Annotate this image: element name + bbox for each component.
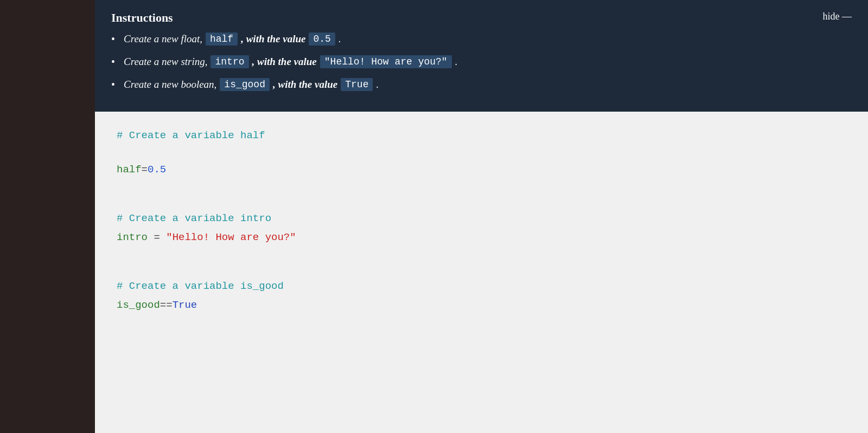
instruction-1-suffix: .: [339, 33, 341, 45]
blank-line-3: [117, 196, 846, 211]
instructions-panel: Instructions hide — Create a new float, …: [95, 0, 868, 112]
blank-line-5: [117, 263, 846, 279]
hide-button[interactable]: hide —: [823, 11, 852, 22]
instruction-3-prefix: Create a new boolean,: [124, 79, 216, 91]
instruction-1-value: 0.5: [309, 33, 335, 46]
blank-line-4: [117, 248, 846, 263]
instruction-3-var: is_good: [220, 78, 270, 91]
instruction-2-value: "Hello! How are you?": [320, 55, 452, 68]
blank-line-1: [117, 147, 846, 162]
main-content: Instructions hide — Create a new float, …: [95, 0, 868, 433]
instruction-item-1: Create a new float, half , with the valu…: [111, 33, 852, 46]
assignment-is-good: is_good==True: [117, 298, 846, 313]
equals-3: ==: [160, 299, 173, 311]
instruction-2-prefix: Create a new string,: [124, 56, 207, 68]
assignment-half: half=0.5: [117, 162, 846, 178]
left-sidebar: [0, 0, 95, 433]
instruction-2-var: intro: [210, 55, 248, 68]
instructions-list: Create a new float, half , with the valu…: [111, 33, 852, 91]
comment-line-2: # Create a variable intro: [117, 211, 846, 227]
instruction-2-middle: , with the value: [252, 56, 317, 68]
instruction-3-middle: , with the value: [273, 79, 337, 91]
assignment-intro: intro = "Hello! How are you?": [117, 230, 846, 245]
instruction-1-prefix: Create a new float,: [124, 33, 202, 45]
val-half: 0.5: [148, 164, 166, 176]
var-intro: intro: [117, 231, 148, 243]
instruction-item-2: Create a new string, intro , with the va…: [111, 55, 852, 68]
instruction-1-middle: , with the value: [241, 33, 305, 45]
instructions-header: Instructions hide —: [111, 11, 852, 25]
comment-line-3: # Create a variable is_good: [117, 279, 846, 294]
equals-2: =: [148, 231, 166, 243]
blank-line-2: [117, 180, 846, 196]
comment-line-1: # Create a variable half: [117, 128, 846, 144]
val-intro: "Hello! How are you?": [166, 231, 296, 243]
val-is-good: True: [173, 299, 197, 311]
instruction-1-var: half: [206, 33, 238, 46]
instruction-3-value: True: [341, 78, 373, 91]
instruction-3-suffix: .: [376, 79, 379, 91]
code-editor[interactable]: # Create a variable half half=0.5 # Crea…: [95, 112, 868, 433]
var-half: half: [117, 164, 142, 176]
instructions-title: Instructions: [111, 11, 173, 25]
instruction-item-3: Create a new boolean, is_good , with the…: [111, 78, 852, 91]
var-is-good: is_good: [117, 299, 160, 311]
equals-1: =: [142, 164, 148, 176]
instruction-2-suffix: .: [455, 56, 458, 68]
